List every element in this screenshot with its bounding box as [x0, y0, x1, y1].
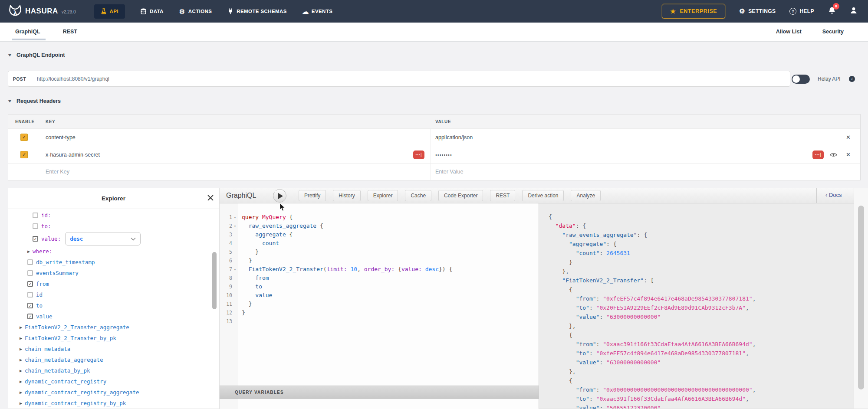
tab-security[interactable]: Security [822, 23, 844, 41]
expand-arrow-icon[interactable]: ▶ [20, 336, 22, 340]
docs-button[interactable]: ‹ Docs [825, 192, 842, 198]
nav-item-api[interactable]: API [94, 4, 125, 19]
relay-api-toggle[interactable] [792, 75, 810, 84]
new-header-value-input[interactable]: Enter Value [435, 169, 463, 175]
settings-button[interactable]: ⚙ SETTINGS [739, 7, 776, 15]
toolbar-button-rest[interactable]: REST [490, 190, 515, 201]
remove-header-icon[interactable]: ✕ [846, 134, 851, 141]
field-checkbox[interactable]: ✓ [27, 314, 33, 319]
chevron-down-icon: ▼ [7, 53, 12, 57]
explorer-item-label: id [36, 291, 43, 298]
query-variables-editor[interactable] [220, 399, 539, 409]
new-header-key-input[interactable]: Enter Key [46, 169, 69, 175]
user-menu-button[interactable] [850, 7, 858, 16]
toolbar-button-analyze[interactable]: Analyze [571, 190, 601, 201]
endpoint-url-input[interactable]: http://localhost:8080/v1/graphql [31, 71, 790, 87]
explorer-item-chain_metadata[interactable]: ▶chain_metadata [8, 344, 219, 354]
query-line: query MyQuery { [242, 213, 539, 222]
expand-arrow-icon[interactable]: ▶ [20, 357, 22, 362]
expand-arrow-icon[interactable]: ▶ [20, 325, 22, 330]
explorer-item-label: eventsSummary [36, 270, 79, 276]
query-editor[interactable]: 1▾2▾3▾4▾5▾6▾7▾8▾9▾10▾11▾12▾13▾ query MyQ… [220, 203, 539, 386]
field-checkbox[interactable] [27, 259, 33, 265]
expand-arrow-icon[interactable]: ▶ [20, 368, 22, 373]
field-checkbox[interactable]: ✓ [33, 236, 38, 242]
explorer-item-from[interactable]: ✓from [8, 278, 219, 289]
field-checkbox[interactable] [27, 270, 33, 276]
explorer-item-chain_metadata_by_pk[interactable]: ▶chain_metadata_by_pk [8, 365, 219, 376]
header-value-input[interactable]: •••••••• [435, 152, 452, 157]
info-icon[interactable]: i [849, 76, 855, 82]
nav-item-remote-schemas[interactable]: REMOTE SCHEMAS [227, 8, 287, 15]
sort-direction-dropdown[interactable]: desc [65, 232, 141, 245]
expand-arrow-icon[interactable]: ▶ [20, 347, 22, 351]
nav-item-actions[interactable]: ⚙ ACTIONS [179, 8, 212, 15]
explorer-item-value[interactable]: ✓value:desc [8, 232, 219, 246]
help-button[interactable]: ? HELP [789, 8, 814, 15]
explorer-scrollbar[interactable] [212, 252, 217, 309]
toolbar-button-explorer[interactable]: Explorer [368, 190, 398, 201]
line-number: 13▾ [220, 317, 238, 326]
graphql-endpoint-section-toggle[interactable]: ▼ GraphQL Endpoint [8, 52, 65, 58]
toolbar-button-cache[interactable]: Cache [405, 190, 431, 201]
reveal-secret-eye-icon[interactable] [830, 152, 837, 157]
explorer-item-dynamic_contract_registry_by_pk[interactable]: ▶dynamic_contract_registry_by_pk [8, 398, 219, 409]
remove-header-icon[interactable]: ✕ [846, 151, 851, 158]
field-checkbox[interactable]: ✓ [27, 303, 33, 308]
expand-arrow-icon[interactable]: ▶ [20, 390, 22, 395]
nav-item-events[interactable]: ☁ EVENTS [302, 8, 332, 15]
hasura-logo[interactable]: λ HASURA v2.23.0 [9, 4, 76, 18]
explorer-item-db_write_timestamp[interactable]: db_write_timestamp [8, 257, 219, 268]
explorer-item-eventsSummary[interactable]: eventsSummary [8, 268, 219, 278]
notifications-button[interactable]: 8 [828, 7, 836, 16]
field-checkbox[interactable]: ✓ [27, 281, 33, 287]
admin-secret-badge-icon: •••| [812, 151, 824, 159]
tab-allow-list[interactable]: Allow List [776, 23, 802, 41]
field-checkbox[interactable] [33, 223, 38, 229]
response-pane: { "data": { "raw_events_aggregate": { "a… [539, 203, 854, 409]
response-line: }, [549, 367, 854, 376]
toolbar-button-derive-action[interactable]: Derive action [522, 190, 564, 201]
explorer-item-to[interactable]: to: [8, 221, 219, 232]
enterprise-button[interactable]: ★ ENTERPRISE [662, 4, 725, 19]
explorer-item-chain_metadata_aggregate[interactable]: ▶chain_metadata_aggregate [8, 354, 219, 365]
fold-arrow-icon[interactable]: ▾ [232, 224, 238, 228]
field-checkbox[interactable] [27, 292, 33, 298]
explorer-item-to[interactable]: ✓to [8, 300, 219, 311]
explorer-item-value[interactable]: ✓value [8, 311, 219, 322]
nav-item-label: REMOTE SCHEMAS [237, 9, 287, 14]
expand-arrow-icon[interactable]: ▶ [20, 379, 22, 384]
mouse-cursor [279, 203, 286, 212]
header-enable-checkbox[interactable]: ✓ [20, 134, 28, 141]
nav-item-data[interactable]: DATA [141, 8, 164, 15]
toolbar-button-history[interactable]: History [333, 190, 360, 201]
expand-arrow-icon[interactable]: ▶ [27, 249, 30, 254]
tab-graphiql[interactable]: GraphiQL [15, 23, 40, 41]
toolbar-button-code-exporter[interactable]: Code Exporter [438, 190, 483, 201]
explorer-item-dynamic_contract_registry_aggregate[interactable]: ▶dynamic_contract_registry_aggregate [8, 387, 219, 398]
fold-arrow-icon[interactable]: ▾ [232, 216, 238, 219]
relay-api-label: Relay API [818, 76, 841, 82]
header-key-input[interactable]: x-hasura-admin-secret [46, 152, 100, 158]
explorer-item-FiatTokenV2_2_Transfer_by_pk[interactable]: ▶FiatTokenV2_2_Transfer_by_pk [8, 333, 219, 344]
query-variables-bar[interactable]: QUERY VARIABLES [220, 386, 539, 399]
fold-arrow-icon[interactable]: ▾ [232, 268, 238, 272]
scrollbar-thumb[interactable] [858, 206, 864, 389]
explorer-item-dynamic_contract_registry[interactable]: ▶dynamic_contract_registry [8, 376, 219, 387]
execute-query-button[interactable] [273, 189, 286, 203]
request-headers-section-toggle[interactable]: ▼ Request Headers [8, 98, 61, 104]
expand-arrow-icon[interactable]: ▶ [20, 401, 22, 406]
request-headers-title: Request Headers [16, 98, 61, 104]
explorer-item-id[interactable]: id: [8, 210, 219, 221]
explorer-item-FiatTokenV2_2_Transfer_aggregate[interactable]: ▶FiatTokenV2_2_Transfer_aggregate [8, 322, 219, 333]
explorer-item-id[interactable]: id [8, 289, 219, 300]
field-checkbox[interactable] [33, 213, 38, 218]
tab-rest[interactable]: REST [63, 23, 77, 41]
explorer-close-icon[interactable] [207, 194, 214, 202]
header-key-input[interactable]: content-type [46, 134, 76, 141]
header-value-input[interactable]: application/json [435, 134, 473, 141]
toolbar-button-prettify[interactable]: Prettify [299, 190, 326, 201]
explorer-item-where[interactable]: ▶where: [8, 246, 219, 257]
editor-code[interactable]: query MyQuery { raw_events_aggregate { a… [238, 203, 539, 395]
header-enable-checkbox[interactable]: ✓ [20, 151, 28, 158]
